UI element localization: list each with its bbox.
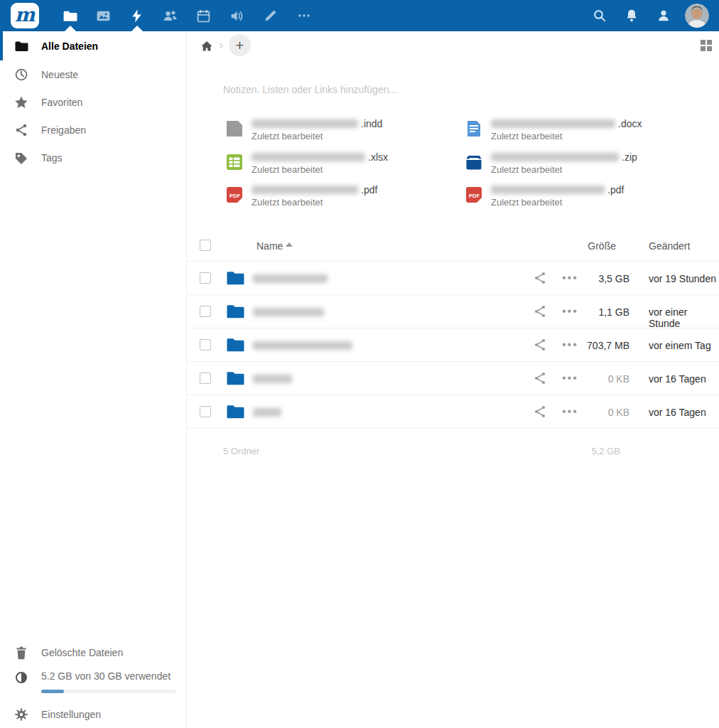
row-checkbox[interactable] [200, 272, 211, 284]
file-table-header: Name Größe Geändert [188, 240, 719, 262]
column-header-size[interactable]: Größe [588, 240, 616, 252]
recent-file-xlsx[interactable]: .xlsx Zuletzt bearbeitet [225, 151, 465, 185]
nav-notes[interactable] [254, 0, 287, 31]
add-new-button[interactable]: + [229, 34, 251, 56]
sidebar-item-shares[interactable]: Freigaben [0, 116, 186, 144]
sidebar-item-recent[interactable]: Neueste [0, 60, 186, 88]
table-row[interactable]: ••• 1,1 GB vor einer Stunde [188, 295, 719, 328]
header-right-cluster [583, 0, 679, 31]
grid-icon [701, 40, 712, 51]
active-app-indicator [65, 26, 76, 31]
sidebar-item-trash[interactable]: Gelöschte Dateien [0, 638, 186, 666]
file-size: 0 KB [551, 407, 629, 418]
star-icon [14, 95, 28, 109]
select-all-checkbox[interactable] [200, 240, 211, 251]
active-app-indicator [131, 26, 143, 31]
table-row[interactable]: ••• 0 KB vor 16 Tagen [188, 362, 719, 395]
recent-file-indd[interactable]: .indd Zuletzt bearbeitet [225, 118, 465, 151]
file-size: 0 KB [551, 373, 629, 385]
column-header-modified[interactable]: Geändert [649, 240, 690, 252]
top-bar: m [0, 0, 719, 31]
redacted-folder-name [253, 341, 352, 350]
row-checkbox[interactable] [200, 373, 211, 384]
table-row[interactable]: ••• 0 KB vor 16 Tagen [188, 395, 719, 429]
redacted-folder-name [253, 308, 324, 316]
file-generic-icon [225, 119, 244, 138]
nav-files[interactable] [53, 0, 87, 31]
sidebar-item-label: Einstellungen [41, 709, 101, 720]
notifications-button[interactable] [615, 0, 647, 31]
contacts-icon [656, 9, 671, 23]
share-icon[interactable] [533, 304, 547, 318]
app-logo[interactable]: m [11, 3, 39, 28]
file-document-icon [465, 119, 483, 138]
breadcrumb-chevron-icon: › [219, 38, 223, 53]
file-extension: .indd [361, 118, 382, 129]
share-icon[interactable] [533, 405, 547, 419]
home-icon [200, 40, 213, 53]
sidebar-item-label: Gelöschte Dateien [41, 647, 123, 658]
redacted-filename [491, 186, 605, 194]
quota-label: 5.2 GB von 30 GB verwendet [41, 670, 171, 685]
breadcrumb-home-button[interactable] [200, 40, 213, 53]
nav-more[interactable] [287, 0, 320, 31]
nav-photos[interactable] [87, 0, 120, 31]
recent-file-docx[interactable]: .docx Zuletzt bearbeitet [465, 118, 704, 151]
nav-contacts[interactable] [153, 0, 187, 31]
bell-icon [625, 9, 639, 23]
folder-icon [63, 9, 77, 23]
folder-icon [14, 39, 28, 53]
file-extension: .pdf [607, 184, 624, 196]
table-row[interactable]: ••• 703,7 MB vor einem Tag [188, 328, 719, 362]
recent-file-pdf-1[interactable]: PDF .pdf Zuletzt bearbeitet [225, 184, 465, 218]
sidebar-item-all-files[interactable]: Alle Dateien [0, 31, 186, 60]
file-extension: .zip [622, 151, 637, 163]
search-button[interactable] [583, 0, 615, 31]
contacts-menu-button[interactable] [647, 0, 679, 31]
recent-files-grid: .indd Zuletzt bearbeitet .xlsx Zuletzt b… [225, 118, 704, 218]
quota-progress-track [41, 690, 176, 693]
user-avatar[interactable] [685, 4, 709, 28]
quota-fill [41, 690, 64, 693]
row-checkbox[interactable] [200, 339, 211, 350]
lightning-icon [130, 9, 144, 23]
quota-section[interactable]: 5.2 GB von 30 GB verwendet [0, 666, 186, 700]
speaker-icon [229, 9, 244, 23]
recent-subtitle: Zuletzt bearbeitet [252, 197, 377, 208]
row-checkbox[interactable] [200, 406, 211, 417]
nav-calendar[interactable] [187, 0, 220, 31]
redacted-folder-name [253, 408, 281, 417]
quota-icon [14, 670, 28, 685]
grid-view-toggle[interactable] [701, 40, 712, 51]
search-icon [593, 9, 607, 23]
column-header-name[interactable]: Name [256, 240, 283, 252]
recent-subtitle: Zuletzt bearbeitet [491, 131, 642, 141]
nav-talk[interactable] [220, 0, 254, 31]
recent-file-pdf-2[interactable]: PDF .pdf Zuletzt bearbeitet [465, 184, 704, 218]
plus-icon: + [235, 37, 244, 54]
redacted-filename [491, 119, 615, 128]
sort-ascending-icon[interactable] [286, 242, 293, 247]
file-spreadsheet-icon [225, 153, 244, 171]
recent-file-zip[interactable]: .zip Zuletzt bearbeitet [465, 151, 704, 185]
redacted-filename [252, 153, 365, 161]
table-row[interactable]: ••• 3,5 GB vor 19 Stunden [188, 262, 719, 295]
nav-activity[interactable] [120, 0, 153, 31]
share-icon[interactable] [533, 371, 547, 385]
redacted-filename [491, 153, 619, 161]
redacted-filename [252, 186, 358, 194]
file-modified: vor 16 Tagen [649, 373, 706, 385]
app-navigation [53, 0, 320, 31]
share-icon[interactable] [533, 338, 547, 352]
users-icon [163, 9, 178, 23]
row-checkbox[interactable] [200, 306, 211, 317]
quick-notes-input[interactable]: Notizen. Listen oder Links hinzufügen... [223, 84, 397, 95]
sidebar-item-favorites[interactable]: Favoriten [0, 88, 186, 116]
sidebar-item-label: Favoriten [41, 97, 82, 108]
sidebar-item-settings[interactable]: Einstellungen [0, 700, 186, 728]
file-size: 1,1 GB [551, 306, 629, 318]
file-size: 703,7 MB [551, 340, 629, 351]
share-icon[interactable] [533, 271, 547, 285]
sidebar-item-tags[interactable]: Tags [0, 144, 186, 171]
folder-icon [226, 370, 245, 387]
